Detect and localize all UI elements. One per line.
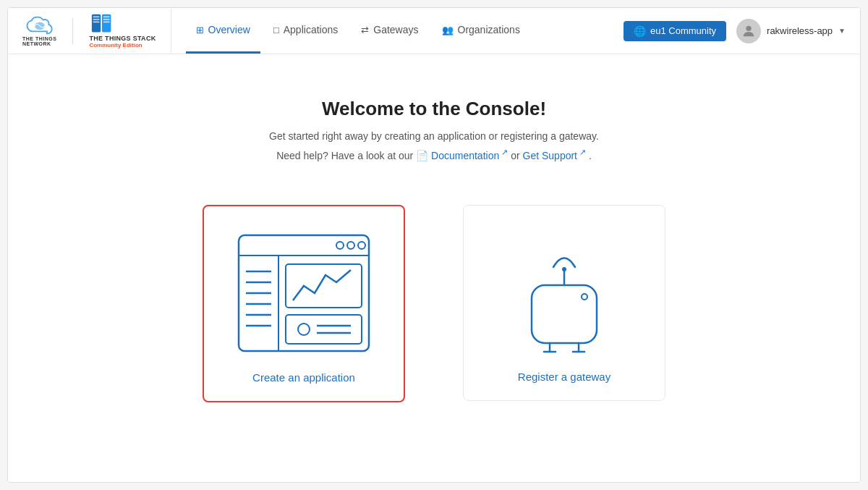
doc-label: Documentation [431,150,499,161]
svg-rect-6 [103,16,110,17]
ttn-cloud-icon [26,16,54,35]
help-or: or [511,150,519,161]
nav-overview-label: Overview [208,24,250,35]
cards-container: Create an application [37,205,831,402]
logo-area: THE THINGS NETWORK THE THINGS [22,8,171,54]
svg-rect-4 [93,19,100,20]
help-text: Need help? Have a look at our 📄 Document… [276,148,592,161]
overview-icon: ⊞ [196,25,204,35]
nav-gateways[interactable]: ⇄ Gateways [351,8,428,54]
cluster-label: eu1 Community [650,25,716,36]
svg-rect-5 [93,21,100,22]
svg-point-12 [336,242,344,249]
nav-gateways-label: Gateways [373,24,418,35]
nav-organizations-label: Organizations [458,24,520,35]
support-ext-icon: ↗ [577,148,586,156]
cluster-button[interactable]: 🌐 eu1 Community [624,21,726,41]
nav-organizations[interactable]: 👥 Organizations [432,8,530,54]
svg-rect-7 [103,19,110,20]
svg-point-14 [358,242,365,249]
svg-point-13 [347,242,354,249]
svg-rect-8 [103,21,110,22]
ttn-logo[interactable]: THE THINGS NETWORK [22,16,56,46]
documentation-link[interactable]: Documentation ↗ [431,150,511,161]
register-gateway-label: Register a gateway [518,371,610,383]
tts-book-icon [89,13,115,35]
doc-ext-icon: ↗ [499,148,508,156]
header-right: 🌐 eu1 Community rakwireless-app ▼ [624,19,846,43]
header: THE THINGS NETWORK THE THINGS [8,8,860,54]
register-gateway-card[interactable]: Register a gateway [463,205,665,401]
support-link[interactable]: Get Support ↗ [523,150,589,161]
create-app-illustration [231,228,376,358]
gateways-icon: ⇄ [361,25,369,35]
welcome-title: Welcome to the Console! [322,98,546,120]
applications-icon: □ [273,25,279,35]
tts-edition-text: Community Edition [89,42,142,48]
nav-overview[interactable]: ⊞ Overview [186,8,260,54]
svg-rect-3 [93,16,100,17]
svg-point-9 [746,25,751,30]
dropdown-arrow-icon: ▼ [838,27,846,35]
help-prefix: Need help? Have a look at our [276,150,413,161]
main-content: Welcome to the Console! Get started righ… [8,54,860,482]
ttn-name: THE THINGS NETWORK [22,36,56,46]
tts-logo[interactable]: THE THINGS STACK Community Edition [89,13,156,48]
main-nav: ⊞ Overview □ Applications ⇄ Gateways 👥 O… [186,8,530,54]
svg-rect-29 [532,285,597,343]
support-label: Get Support [523,150,578,161]
welcome-subtitle: Get started right away by creating an ap… [269,130,599,142]
svg-rect-23 [286,315,362,344]
svg-point-24 [298,324,310,335]
tts-name-text: THE THINGS STACK [89,35,156,42]
logo-divider [72,18,73,44]
organizations-icon: 👥 [442,25,454,35]
create-app-label: Create an application [252,371,355,384]
create-application-card[interactable]: Create an application [203,205,405,402]
help-suffix: . [589,150,592,161]
svg-point-30 [582,294,587,300]
nav-applications-label: Applications [284,24,339,35]
user-menu[interactable]: rakwireless-app ▼ [736,19,846,43]
register-gateway-illustration [492,227,637,358]
doc-icon: 📄 [416,150,431,161]
globe-icon: 🌐 [634,25,646,37]
avatar-icon [741,23,757,39]
nav-applications[interactable]: □ Applications [263,8,348,54]
page-frame: THE THINGS NETWORK THE THINGS [7,7,861,483]
avatar [736,19,761,43]
username-label: rakwireless-app [767,25,833,36]
